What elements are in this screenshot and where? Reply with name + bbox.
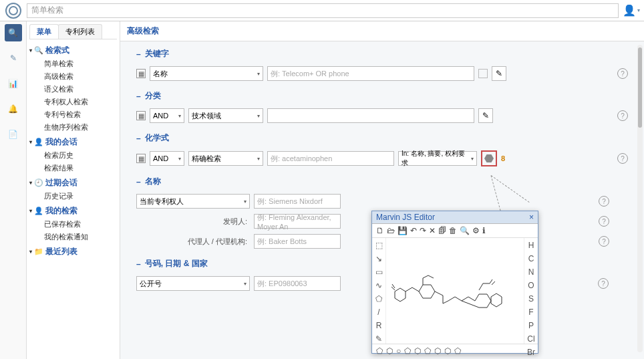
tree-item[interactable]: 检索结果 [29,162,117,174]
editor-tool[interactable]: 🗑 [449,226,457,235]
tab-专利列表[interactable]: 专利列表 [58,24,102,39]
help-icon[interactable]: ? [599,216,609,227]
ring-template[interactable]: ⬠ [424,346,431,356]
help-icon[interactable]: ? [598,278,609,289]
element-button[interactable]: P [528,321,534,330]
editor-left-tool[interactable]: ↘ [375,254,382,263]
agent-input[interactable]: 例: Baker Botts [254,234,341,249]
molecule-drawing [391,258,518,318]
help-icon[interactable]: ? [599,196,609,207]
tree-item[interactable]: 语义检索 [29,83,117,96]
ring-template[interactable]: ⬡ [444,346,451,356]
add-row-button[interactable]: ▦ [136,111,146,120]
editor-tool[interactable]: ↷ [420,226,426,235]
element-button[interactable]: C [528,254,534,263]
account-menu[interactable]: 👤 [624,3,639,18]
ring-template[interactable]: ⬡ [414,346,421,356]
class-input[interactable] [267,108,474,123]
help-icon[interactable]: ? [617,153,628,164]
class-op-select[interactable]: AND [150,108,184,123]
rail-search[interactable]: 🔍 [5,24,22,41]
add-row-button[interactable]: ▦ [136,69,146,78]
keyword-field-select[interactable]: 名称 [150,66,263,81]
tree-item[interactable]: 已保存检索 [29,218,117,231]
tree-item[interactable]: 检索历史 [29,149,117,162]
scrollbar[interactable] [637,45,643,352]
ring-template[interactable]: ⬠ [454,346,461,356]
editor-tool[interactable]: 🗋 [376,226,384,235]
element-button[interactable]: N [528,267,534,277]
ring-template[interactable]: ⬠ [404,346,411,356]
name-field-select[interactable]: 当前专利权人 [136,194,250,209]
quick-search-input[interactable]: 简单检索 [27,3,619,18]
editor-left-tool[interactable]: ⬚ [375,241,383,250]
tree-group-过期会话[interactable]: ▾🕘过期会话 [29,176,117,190]
tree-group-我的检索[interactable]: ▾👤我的检索 [29,204,117,218]
rail-bell[interactable]: 🔔 [5,100,22,118]
rail-stats[interactable]: 📊 [5,75,22,92]
chem-op-select[interactable]: AND [150,151,184,166]
editor-left-tool[interactable]: ∿ [375,281,382,290]
help-icon[interactable]: ? [599,236,609,247]
wand-button[interactable]: ✎ [492,66,506,81]
left-rail: 🔍✎📊🔔📄 [0,21,27,359]
editor-left-tool[interactable]: ▭ [375,267,383,277]
element-button[interactable]: H [528,241,534,250]
chem-in-select[interactable]: In: 名称, 摘要, 权利要求 [398,151,477,166]
sidebar-tree: ▾🔍检索式简单检索高级检索语义检索专利权人检索专利号检索生物序列检索▾👤我的会话… [27,39,120,264]
name-input[interactable]: 例: Siemens Nixdorf [254,194,341,209]
editor-canvas[interactable] [385,238,524,344]
section-keyword: 关键字 ▦ 名称 例: Telecom+ OR phone ✎ ? [136,48,628,81]
wand-button[interactable]: ✎ [478,108,493,123]
tree-group-最近列表[interactable]: ▾📁最近列表 [29,245,117,259]
tree-item[interactable]: 高级检索 [29,70,117,83]
keyword-input[interactable]: 例: Telecom+ OR phone [267,66,474,81]
element-button[interactable]: Br [527,348,535,357]
editor-titlebar[interactable]: Marvin JS Editor × [372,211,538,224]
app-logo[interactable] [5,3,21,19]
editor-tool[interactable]: 🗁 [387,226,395,235]
editor-left-tool[interactable]: R [376,321,382,330]
ring-template[interactable]: ⬠ [376,346,383,356]
num-field-select[interactable]: 公开号 [136,276,250,291]
tree-item[interactable]: 简单检索 [29,57,117,70]
num-input[interactable]: 例: EP0980063 [254,276,341,291]
ring-template[interactable]: ⬡ [386,346,393,356]
close-icon[interactable]: × [529,213,534,222]
editor-tool[interactable]: ✕ [429,226,436,235]
tree-item[interactable]: 专利号检索 [29,108,117,121]
ring-template[interactable]: ○ [396,346,401,356]
inventor-input[interactable]: 例: Fleming Alexander, Moyer An [254,214,341,229]
tree-group-我的会话[interactable]: ▾👤我的会话 [29,135,117,149]
tree-item[interactable]: 生物序列检索 [29,121,117,134]
editor-tool[interactable]: 🗐 [438,226,446,235]
help-icon[interactable]: ? [617,68,628,79]
element-button[interactable]: Cl [527,334,534,344]
tree-item[interactable]: 历史记录 [29,190,117,203]
tree-item[interactable]: 我的检索通知 [29,231,117,243]
editor-left-tool[interactable]: / [377,308,379,317]
help-icon[interactable]: ? [617,110,628,121]
editor-tool[interactable]: ⚙ [472,226,480,235]
rail-edit[interactable]: ✎ [5,49,22,67]
editor-tool[interactable]: ℹ [482,226,486,235]
tree-item[interactable]: 专利权人检索 [29,96,117,108]
rail-doc[interactable]: 📄 [5,126,22,143]
tree-group-检索式[interactable]: ▾🔍检索式 [29,43,117,57]
editor-tool[interactable]: 💾 [397,226,408,235]
structure-editor-button[interactable] [481,150,497,166]
element-button[interactable]: S [528,294,534,304]
editor-tool[interactable]: 🔍 [460,226,470,235]
ring-template[interactable]: ⬡ [434,346,441,356]
editor-left-tool[interactable]: ✎ [375,334,382,344]
checkbox[interactable] [478,69,488,78]
editor-tool[interactable]: ↶ [410,226,417,235]
editor-left-tool[interactable]: ⬠ [375,294,382,304]
add-row-button[interactable]: ▦ [136,154,146,163]
class-field-select[interactable]: 技术领域 [188,108,263,123]
chem-input[interactable]: 例: acetaminophen [267,151,394,166]
chem-mode-select[interactable]: 精确检索 [188,151,263,166]
element-button[interactable]: F [528,308,533,317]
element-button[interactable]: O [528,281,534,290]
tab-菜单[interactable]: 菜单 [29,24,59,39]
